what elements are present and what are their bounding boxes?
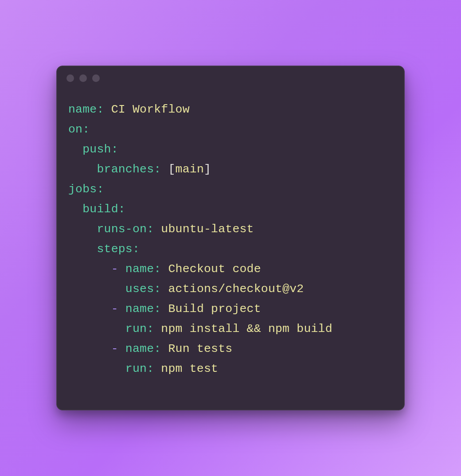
colon: : bbox=[147, 362, 154, 375]
yaml-value: Checkout code bbox=[168, 262, 261, 276]
list-dash: - bbox=[111, 302, 118, 316]
colon: : bbox=[154, 342, 161, 355]
yaml-value: npm test bbox=[161, 362, 218, 375]
bracket-open: [ bbox=[168, 163, 175, 176]
yaml-key: uses bbox=[125, 282, 154, 296]
yaml-key: build bbox=[82, 203, 118, 216]
window-titlebar bbox=[57, 66, 404, 91]
colon: : bbox=[82, 123, 90, 136]
yaml-key: runs-on bbox=[97, 222, 147, 236]
yaml-value: ubuntu-latest bbox=[161, 222, 254, 236]
code-area: name: CI Workflow on: push: branches: [m… bbox=[57, 91, 404, 410]
colon: : bbox=[154, 302, 161, 316]
list-dash: - bbox=[111, 342, 118, 355]
yaml-key: run bbox=[125, 362, 147, 375]
yaml-value: actions/checkout@v2 bbox=[168, 282, 304, 296]
yaml-key: steps bbox=[97, 242, 133, 256]
yaml-value: Run tests bbox=[168, 342, 232, 355]
yaml-key: run bbox=[125, 322, 147, 336]
colon: : bbox=[118, 203, 125, 216]
colon: : bbox=[154, 262, 161, 276]
yaml-value: CI Workflow bbox=[111, 103, 190, 116]
yaml-value: Build project bbox=[168, 302, 261, 316]
colon: : bbox=[133, 242, 140, 256]
yaml-value: main bbox=[176, 163, 204, 176]
yaml-key: on bbox=[68, 123, 82, 136]
yaml-key: name bbox=[68, 103, 97, 116]
colon: : bbox=[111, 143, 118, 156]
code-window: name: CI Workflow on: push: branches: [m… bbox=[56, 66, 405, 411]
colon: : bbox=[147, 222, 154, 236]
colon: : bbox=[154, 282, 161, 296]
window-minimize-dot[interactable] bbox=[79, 74, 87, 82]
window-zoom-dot[interactable] bbox=[92, 74, 100, 82]
yaml-key: branches bbox=[97, 163, 154, 176]
colon: : bbox=[147, 322, 154, 336]
yaml-key: jobs bbox=[68, 183, 97, 196]
yaml-key: name bbox=[125, 342, 154, 355]
colon: : bbox=[97, 183, 104, 196]
window-close-dot[interactable] bbox=[66, 74, 74, 82]
yaml-key: name bbox=[125, 262, 154, 276]
yaml-key: name bbox=[125, 302, 154, 316]
bracket-close: ] bbox=[204, 163, 211, 176]
colon: : bbox=[97, 103, 104, 116]
code-block: name: CI Workflow on: push: branches: [m… bbox=[68, 100, 393, 379]
yaml-key: push bbox=[82, 143, 111, 156]
colon: : bbox=[154, 163, 161, 176]
list-dash: - bbox=[111, 262, 118, 276]
yaml-value: npm install && npm build bbox=[161, 322, 332, 336]
